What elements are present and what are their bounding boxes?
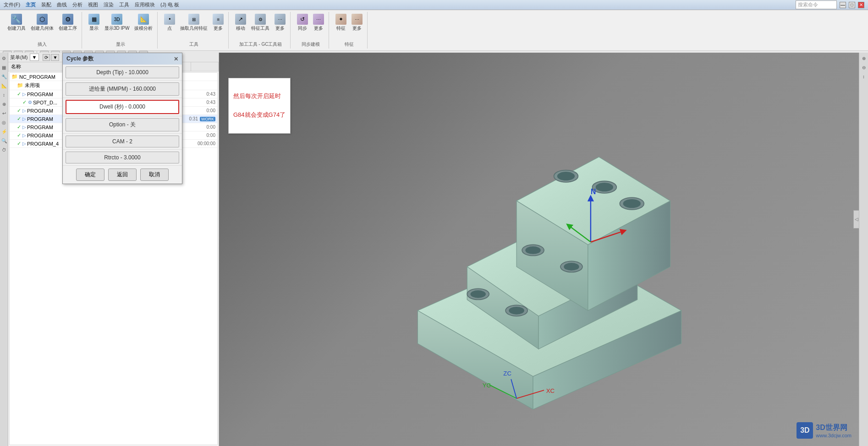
create-feature-btn[interactable]: ✦ 特征 [334,13,348,33]
right-icon-1[interactable]: ⊕ [860,54,868,62]
tool1-btn[interactable]: • 点 [162,13,177,33]
sidebar-icon-5[interactable]: ↕ [0,91,8,98]
create-operation-btn[interactable]: ⚙ 创建工序 [57,13,79,33]
program-icon-2: ▷ [22,108,26,113]
nav-time-spot: 0:43 [207,100,215,105]
more3-btn[interactable]: ⋯ 更多 [311,13,326,33]
dwell-btn[interactable]: Dwell (秒) - 0.0000 [66,100,179,114]
sidebar-icon-4[interactable]: 📐 [0,82,8,89]
restore-button[interactable]: □ [849,2,855,8]
ribbon-group-sync: ↺ 同步 ⋯ 更多 同步建模 [292,12,329,49]
draft-analysis-btn[interactable]: 📐 拔模分析 [132,13,154,33]
svg-text:YC: YC [483,382,491,389]
folder-icon-unused: 📁 [17,82,23,88]
menu-file[interactable]: 文件(F) [4,1,20,8]
cancel-button[interactable]: 取消 [140,169,169,181]
sidebar-icon-8[interactable]: ◎ [0,119,8,126]
tab-render[interactable]: 渲染 [104,1,114,8]
sync-model-btn[interactable]: ↺ 同步 [295,13,310,33]
model-3d: N YC XC ZC [288,80,822,409]
display-btn[interactable]: ▦ 显示 [87,13,101,33]
sidebar-icon-3[interactable]: 🔧 [0,73,8,80]
cycle-row-feed: 进给量 (MMPM) - 160.0000 [63,81,182,98]
nav-label-program4: PROGRAM [27,125,53,130]
svg-text:ZC: ZC [503,370,511,377]
title-bar-right: 搜索命令 — □ ✕ [796,0,864,9]
sidebar-icon-6[interactable]: ⊕ [0,100,8,108]
work-badge: WORK [200,117,215,121]
cycle-dialog-title: Cycle 参数 ✕ [63,53,182,65]
right-icon-2[interactable]: ⊖ [860,64,868,71]
rtrcto-btn[interactable]: Rtrcto - 3.0000 [66,152,179,163]
col-time [191,62,219,71]
nav-refresh-btn[interactable]: ⟳ [43,54,50,61]
checkmark-3: ✓ [17,116,21,122]
checkmark-1: ✓ [17,91,21,97]
option-btn[interactable]: Option - 关 [66,118,179,131]
display-3dipw-btn[interactable]: 3D 显示3D IPW [103,13,131,33]
sidebar-icon-11[interactable]: ⏱ [0,146,8,153]
tab-home[interactable]: 主页 [26,1,36,8]
tab-tools[interactable]: 工具 [119,1,129,8]
title-bar-left: 文件(F) 主页 装配 曲线 分析 视图 渲染 工具 应用模块 (J) 电 板 [4,1,179,8]
cycle-row-depth: Depth (Tip) - 10.0000 [63,65,182,81]
viewport[interactable]: 然后每次开启延时 G84就会变成G74了 [219,53,859,446]
right-sidebar: ⊕ ⊖ ↕ [859,53,868,446]
sidebar-icon-9[interactable]: ⚡ [0,128,8,135]
nav-time-1: 0:43 [207,92,215,97]
nav-toolbar-label: 菜单(M) [10,54,28,61]
ribbon-group-feature: ✦ 特征 ⋯ 更多 特征 [331,12,368,49]
right-icon-3[interactable]: ↕ [860,73,868,80]
move-btn[interactable]: ↗ 移动 [233,13,248,33]
nav-label-program3: PROGRAM [27,116,53,122]
tab-extra[interactable]: (J) 电 板 [160,1,179,8]
annotation-line1: 然后每次开启延时 [233,92,286,101]
viewport-collapse-handle[interactable]: ◁ [853,210,859,228]
more2-btn[interactable]: ⋯ 更多 [273,13,287,33]
depth-btn[interactable]: Depth (Tip) - 10.0000 [66,66,179,78]
create-geometry-btn[interactable]: ⬡ 创建几何体 [29,13,55,33]
create-tool-btn[interactable]: 🔧 创建刀具 [5,13,27,33]
annotation-line2: G84就会变成G74了 [233,110,286,120]
cycle-dialog-close-button[interactable]: ✕ [174,56,178,62]
close-button[interactable]: ✕ [858,2,864,8]
program-icon-5: ▷ [22,133,26,138]
ribbon-group-insert: 🔧 创建刀具 ⬡ 创建几何体 ⚙ 创建工序 插入 [3,12,82,49]
extract-feature-btn[interactable]: ⊞ 抽取几何特征 [178,13,209,33]
tab-view[interactable]: 视图 [88,1,98,8]
program-icon-3: ▷ [22,116,26,121]
nav-time-4: 0:00 [207,125,215,130]
svg-point-18 [564,263,579,271]
confirm-button[interactable]: 确定 [76,169,104,181]
tab-curve[interactable]: 曲线 [57,1,67,8]
sidebar-icon-7[interactable]: ↩ [0,109,8,117]
tab-assembly[interactable]: 装配 [41,1,51,8]
feed-btn[interactable]: 进给量 (MMPM) - 160.0000 [66,82,179,96]
search-box[interactable]: 搜索命令 [796,0,837,9]
tab-appmod[interactable]: 应用模块 [135,1,155,8]
program-icon-1: ▷ [22,92,26,97]
tab-analysis[interactable]: 分析 [72,1,82,8]
sidebar-icon-2[interactable]: ▦ [0,64,8,71]
nav-label-program5: PROGRAM [27,133,53,138]
svg-text:N: N [591,188,596,196]
nav-label-program1: PROGRAM [27,92,53,97]
nav-filter-btn[interactable]: ▼ [51,54,59,61]
nav-label-program-4: PROGRAM_4 [27,141,59,147]
svg-point-12 [596,183,613,191]
more4-btn[interactable]: ⋯ 更多 [350,13,364,33]
watermark-icon-text: 3D [800,426,809,435]
svg-point-10 [557,172,575,180]
menu-dropdown[interactable]: ▼ [30,54,39,61]
cam-btn[interactable]: CAM - 2 [66,136,179,147]
more-btn[interactable]: ≡ 更多 [211,13,225,33]
checkmark-5: ✓ [17,132,21,138]
nav-label-unused: 未用项 [25,82,40,89]
back-button[interactable]: 返回 [108,169,137,181]
minimize-button[interactable]: — [840,2,846,8]
feature-tools-btn[interactable]: ⚙ 特征工具 [249,13,271,33]
svg-text:XC: XC [546,387,555,394]
svg-point-16 [525,246,541,254]
sidebar-icon-10[interactable]: 🔍 [0,137,8,144]
sidebar-icon-1[interactable]: ⚙ [0,54,8,62]
